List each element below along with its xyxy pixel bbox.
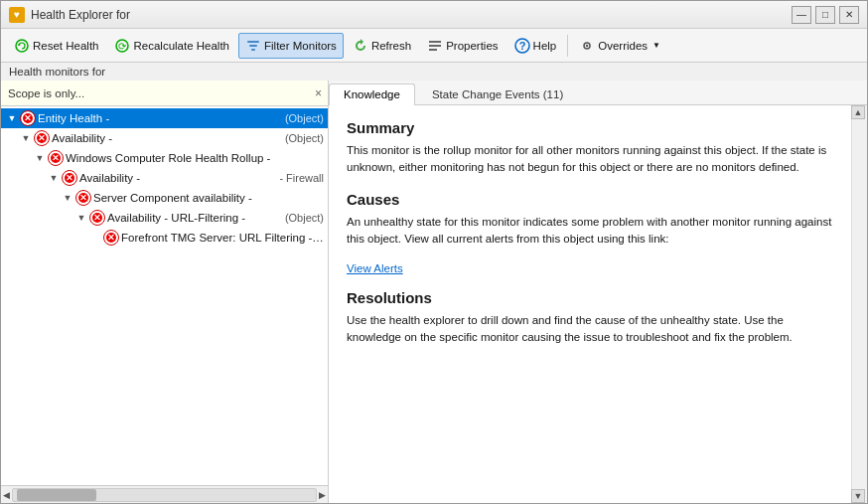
- tree-tag-0: (Object): [285, 112, 324, 124]
- recalculate-icon: ⟳: [114, 38, 130, 54]
- search-clear-button[interactable]: ×: [313, 86, 324, 100]
- scroll-left-button[interactable]: ◀: [3, 490, 10, 500]
- subtitle-bar: Health monitors for: [1, 63, 867, 81]
- reset-health-button[interactable]: Reset Health: [7, 33, 105, 59]
- scroll-up-button[interactable]: ▲: [851, 105, 865, 119]
- error-icon-4: ✕: [76, 191, 90, 205]
- resolutions-heading: Resolutions: [347, 289, 833, 306]
- recalculate-health-button[interactable]: ⟳ Recalculate Health: [107, 33, 236, 59]
- subtitle-text: Health monitors for: [9, 66, 105, 78]
- expand-icon-4[interactable]: ▼: [61, 191, 74, 205]
- search-input[interactable]: [5, 87, 313, 99]
- scroll-down-button[interactable]: ▼: [851, 489, 865, 503]
- tree-label-1: Availability -: [52, 132, 279, 144]
- tree-item-availability-1[interactable]: ▼ ✕ Availability - (Object): [1, 128, 328, 148]
- expand-icon-3[interactable]: ▼: [47, 171, 61, 185]
- content-area: Summary This monitor is the rollup monit…: [329, 105, 851, 503]
- causes-heading: Causes: [347, 191, 833, 208]
- tree-item-forefront[interactable]: ▶ ✕ Forefront TMG Server: URL Filtering …: [1, 228, 328, 248]
- title-controls: — □ ✕: [792, 6, 859, 24]
- tree-item-entity-health[interactable]: ▼ ✕ Entity Health - (Object): [1, 108, 328, 128]
- summary-heading: Summary: [347, 119, 833, 136]
- svg-rect-6: [429, 41, 441, 43]
- error-icon-5: ✕: [90, 211, 104, 225]
- toolbar: Reset Health ⟳ Recalculate Health Filter…: [1, 29, 867, 63]
- overrides-label: Overrides: [598, 40, 648, 52]
- error-icon-3: ✕: [63, 171, 76, 185]
- expand-icon-0[interactable]: ▼: [5, 111, 19, 125]
- right-panel: Knowledge State Change Events (11) Summa…: [329, 81, 867, 503]
- error-icon-2: ✕: [49, 151, 63, 165]
- tree-item-server-component[interactable]: ▼ ✕ Server Component availability -: [1, 188, 328, 208]
- help-icon: ?: [514, 38, 530, 54]
- causes-text: An unhealthy state for this monitor indi…: [347, 214, 833, 249]
- right-panel-inner: Summary This monitor is the rollup monit…: [329, 105, 867, 503]
- tree-panel: ▼ ✕ Entity Health - (Object) ▼ ✕ Availab…: [1, 106, 328, 485]
- app-icon: ♥: [9, 7, 25, 23]
- svg-rect-4: [249, 45, 257, 47]
- error-icon-0: ✕: [21, 111, 35, 125]
- main-window: ♥ Health Explorer for — □ ✕ Reset Health…: [0, 0, 868, 504]
- overrides-button[interactable]: Overrides ▼: [572, 33, 667, 59]
- view-alerts-link[interactable]: View Alerts: [347, 262, 403, 274]
- svg-text:⟳: ⟳: [118, 41, 127, 52]
- title-bar: ♥ Health Explorer for — □ ✕: [1, 1, 867, 29]
- svg-rect-7: [429, 45, 441, 47]
- tree-label-0: Entity Health -: [38, 112, 279, 124]
- resolutions-text: Use the health explorer to drill down an…: [347, 312, 833, 347]
- scrollbar-thumb: [17, 489, 96, 501]
- left-scrollbar-area: ◀ ▶: [1, 485, 328, 503]
- main-content: × ▼ ✕ Entity Health - (Object) ▼ ✕ Avail…: [1, 81, 867, 503]
- expand-icon-1[interactable]: ▼: [19, 131, 33, 145]
- tab-state-change-events[interactable]: State Change Events (11): [417, 84, 578, 104]
- recalculate-health-label: Recalculate Health: [133, 40, 229, 52]
- svg-rect-8: [429, 49, 437, 51]
- properties-button[interactable]: Properties: [420, 33, 505, 59]
- reset-health-icon: [14, 38, 30, 54]
- filter-monitors-icon: [245, 38, 261, 54]
- help-button[interactable]: ? Help: [507, 33, 564, 59]
- tree-tag-1: (Object): [285, 132, 324, 144]
- tab-bar: Knowledge State Change Events (11): [329, 81, 867, 105]
- svg-point-12: [586, 44, 588, 46]
- summary-section: Summary This monitor is the rollup monit…: [347, 119, 833, 177]
- horizontal-scrollbar[interactable]: [12, 488, 317, 502]
- expand-icon-5[interactable]: ▼: [74, 211, 88, 225]
- expand-icon-2[interactable]: ▼: [33, 151, 47, 165]
- tree-item-url-filtering[interactable]: ▼ ✕ Availability - URL-Filtering - (Obje…: [1, 208, 328, 228]
- filter-monitors-button[interactable]: Filter Monitors: [238, 33, 344, 59]
- left-panel: × ▼ ✕ Entity Health - (Object) ▼ ✕ Avail…: [1, 81, 329, 503]
- reset-health-label: Reset Health: [33, 40, 98, 52]
- tree-item-availability-firewall[interactable]: ▼ ✕ Availability - - Firewall: [1, 168, 328, 188]
- window-title: Health Explorer for: [31, 8, 130, 22]
- svg-text:?: ?: [518, 40, 525, 52]
- scrollbar-track: [852, 105, 867, 503]
- maximize-button[interactable]: □: [815, 6, 835, 24]
- tree-label-2: Windows Computer Role Health Rollup -: [66, 152, 324, 164]
- toolbar-separator: [567, 35, 568, 57]
- search-bar: ×: [1, 81, 328, 106]
- tree-label-5: Availability - URL-Filtering -: [107, 212, 279, 224]
- error-icon-6: ✕: [104, 231, 118, 245]
- causes-section: Causes An unhealthy state for this monit…: [347, 191, 833, 276]
- tree-label-3: Availability -: [79, 172, 273, 184]
- refresh-label: Refresh: [371, 40, 411, 52]
- close-button[interactable]: ✕: [839, 6, 859, 24]
- properties-label: Properties: [446, 40, 498, 52]
- help-label: Help: [533, 40, 557, 52]
- tree-tag-5: (Object): [285, 212, 324, 224]
- svg-point-0: [16, 40, 28, 52]
- minimize-button[interactable]: —: [792, 6, 811, 24]
- summary-text: This monitor is the rollup monitor for a…: [347, 142, 833, 177]
- refresh-button[interactable]: Refresh: [346, 33, 418, 59]
- tree-item-windows-role[interactable]: ▼ ✕ Windows Computer Role Health Rollup …: [1, 148, 328, 168]
- right-scrollbar-area: ▲ ▼: [851, 105, 867, 503]
- title-bar-left: ♥ Health Explorer for: [9, 7, 130, 23]
- resolutions-section: Resolutions Use the health explorer to d…: [347, 289, 833, 347]
- svg-rect-5: [251, 49, 255, 51]
- refresh-icon: [353, 38, 368, 54]
- scroll-right-button[interactable]: ▶: [319, 490, 326, 500]
- tab-knowledge[interactable]: Knowledge: [329, 84, 415, 105]
- tree-label-4: Server Component availability -: [93, 192, 324, 204]
- properties-icon: [427, 38, 443, 54]
